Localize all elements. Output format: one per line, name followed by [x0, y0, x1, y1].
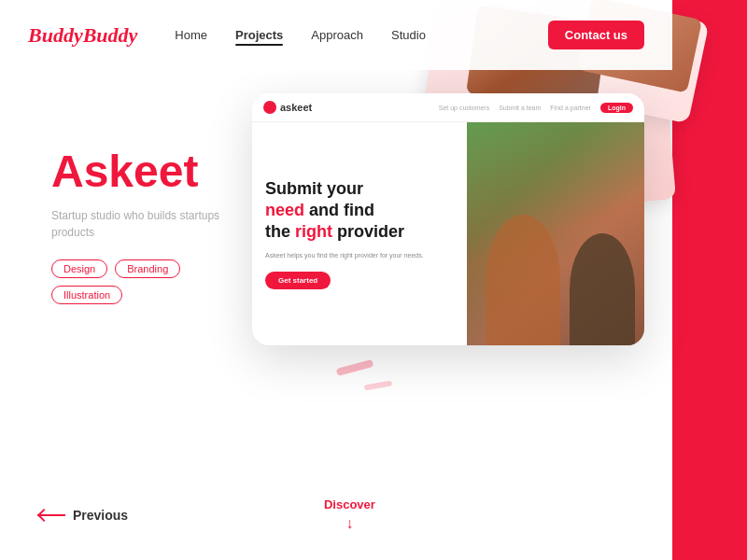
nav-links: Home Projects Approach Studio	[175, 28, 426, 42]
contact-button[interactable]: Contact us	[548, 21, 644, 49]
discover-button[interactable]: Discover ↓	[324, 497, 375, 532]
mockup-header: askeet Set up customers Submit a team Fi…	[252, 93, 644, 122]
mockup-headline-provider: provider	[337, 222, 404, 241]
previous-label: Previous	[73, 508, 128, 523]
mockup-logo-icon	[263, 101, 276, 114]
nav-link-projects[interactable]: Projects	[235, 28, 283, 42]
scatter-red-accent-2	[364, 380, 393, 390]
mockup-headline-part2: and find	[309, 201, 374, 219]
mockup-logo: askeet	[263, 101, 312, 114]
mockup-nav-item-1: Set up customers	[439, 105, 489, 111]
tag-branding[interactable]: Branding	[115, 259, 180, 278]
mockup-body: Submit your need and find the right prov…	[252, 122, 644, 345]
nav-link-home[interactable]: Home	[175, 28, 207, 42]
mockup-headline-part1: Submit your	[265, 179, 363, 198]
next-button-wrapper[interactable]: Next	[609, 508, 672, 523]
scatter-red-accent-1	[336, 359, 374, 376]
mockup-content: Submit your need and find the right prov…	[252, 122, 467, 345]
mockup-subtext: Askeet helps you find the right provider…	[265, 251, 454, 261]
discover-arrow-icon: ↓	[345, 515, 353, 532]
discover-label: Discover	[324, 497, 375, 511]
nav-link-studio[interactable]: Studio	[391, 28, 426, 42]
project-title: Askeet	[51, 149, 257, 194]
left-content: Askeet Startup studio who builds startup…	[51, 149, 257, 304]
page-wrapper: BuddyBuddy Home Projects Approach Studio…	[0, 0, 747, 560]
nav-link-approach[interactable]: Approach	[311, 28, 363, 42]
next-label: Next	[534, 508, 562, 523]
next-arrow-icon	[570, 509, 598, 522]
mockup-headline-right: right	[295, 222, 332, 241]
project-subtitle: Startup studio who builds startups produ…	[51, 207, 257, 241]
bottom-nav: Previous Discover ↓ Next	[0, 497, 672, 532]
person-silhouette-1	[486, 215, 560, 345]
brand-logo[interactable]: BuddyBuddy	[28, 23, 137, 48]
navbar: BuddyBuddy Home Projects Approach Studio…	[0, 0, 672, 70]
mockup-headline: Submit your need and find the right prov…	[265, 178, 454, 244]
previous-button[interactable]: Previous	[37, 508, 128, 523]
mockup-login-button[interactable]: Login	[600, 103, 633, 113]
person-silhouette-2	[570, 233, 635, 345]
mockup-nav-item-2: Submit a team	[499, 105, 541, 111]
tag-illustration[interactable]: Illustration	[51, 286, 122, 304]
mockup-image	[467, 122, 644, 345]
mockup-card: askeet Set up customers Submit a team Fi…	[252, 93, 644, 345]
mockup-nav: Set up customers Submit a team Find a pa…	[439, 103, 633, 113]
mockup-nav-item-3: Find a partner	[550, 105, 591, 111]
tags-container: Design Branding Illustration	[51, 259, 257, 304]
mockup-headline-the: the	[265, 222, 290, 241]
tag-design[interactable]: Design	[51, 259, 107, 278]
mockup-headline-need: need	[265, 201, 304, 219]
previous-arrow-icon	[37, 509, 65, 522]
mockup-cta-button[interactable]: Get started	[265, 272, 331, 289]
mockup-logo-text: askeet	[280, 102, 312, 113]
